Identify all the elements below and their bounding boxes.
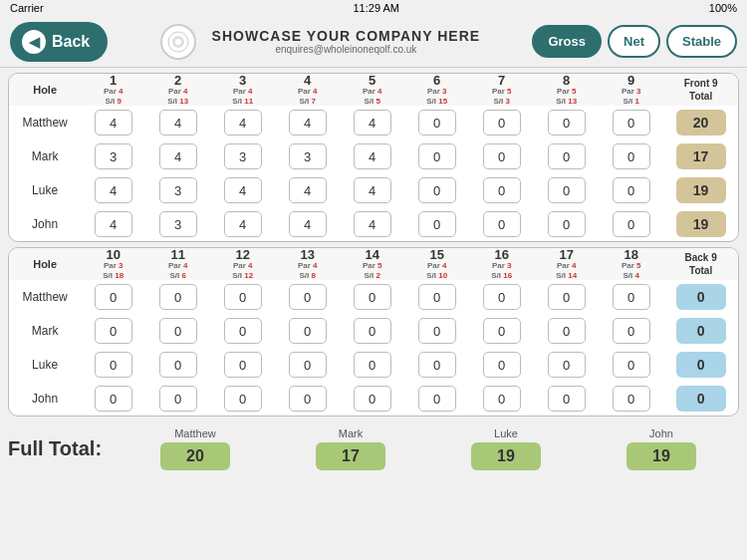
score-cell-luke-10[interactable]: 0	[81, 348, 145, 382]
score-input-matthew-16[interactable]: 0	[483, 284, 521, 310]
score-input-mark-10[interactable]: 0	[95, 318, 132, 344]
score-cell-matthew-1[interactable]: 4	[81, 106, 145, 140]
score-cell-john-12[interactable]: 0	[210, 382, 275, 416]
score-cell-luke-4[interactable]: 4	[275, 173, 340, 207]
score-input-mark-7[interactable]: 0	[483, 143, 521, 169]
score-input-john-6[interactable]: 0	[418, 211, 456, 237]
score-cell-mark-17[interactable]: 0	[534, 314, 599, 348]
score-cell-mark-18[interactable]: 0	[599, 314, 663, 348]
score-input-luke-17[interactable]: 0	[548, 352, 586, 378]
score-cell-mark-6[interactable]: 0	[404, 140, 469, 173]
score-cell-matthew-2[interactable]: 4	[145, 106, 210, 140]
score-cell-mark-9[interactable]: 0	[599, 140, 663, 173]
score-cell-matthew-4[interactable]: 4	[275, 106, 340, 140]
score-cell-luke-14[interactable]: 0	[340, 348, 404, 382]
score-input-luke-9[interactable]: 0	[613, 177, 650, 203]
score-input-john-11[interactable]: 0	[159, 386, 197, 412]
score-cell-john-7[interactable]: 0	[469, 207, 534, 241]
score-input-matthew-9[interactable]: 0	[613, 110, 650, 136]
score-input-matthew-13[interactable]: 0	[289, 284, 327, 310]
score-cell-john-5[interactable]: 4	[340, 207, 404, 241]
score-input-mark-16[interactable]: 0	[483, 318, 521, 344]
score-input-luke-8[interactable]: 0	[548, 177, 586, 203]
score-input-luke-18[interactable]: 0	[613, 352, 650, 378]
score-cell-john-4[interactable]: 4	[275, 207, 340, 241]
score-input-john-9[interactable]: 0	[613, 211, 650, 237]
score-input-matthew-1[interactable]: 4	[95, 110, 132, 136]
score-input-luke-5[interactable]: 4	[354, 177, 391, 203]
score-input-luke-16[interactable]: 0	[483, 352, 521, 378]
score-input-john-18[interactable]: 0	[613, 386, 650, 412]
score-input-luke-7[interactable]: 0	[483, 177, 521, 203]
score-cell-matthew-8[interactable]: 0	[534, 106, 599, 140]
score-cell-matthew-6[interactable]: 0	[404, 106, 469, 140]
score-input-john-14[interactable]: 0	[354, 386, 391, 412]
score-input-john-13[interactable]: 0	[289, 386, 327, 412]
score-cell-john-10[interactable]: 0	[81, 382, 145, 416]
score-cell-matthew-15[interactable]: 0	[404, 280, 469, 314]
score-input-john-5[interactable]: 4	[354, 211, 391, 237]
score-cell-luke-18[interactable]: 0	[599, 348, 663, 382]
score-cell-mark-7[interactable]: 0	[469, 140, 534, 173]
score-cell-john-9[interactable]: 0	[599, 207, 663, 241]
score-cell-matthew-9[interactable]: 0	[599, 106, 663, 140]
score-cell-john-13[interactable]: 0	[275, 382, 340, 416]
score-input-john-10[interactable]: 0	[95, 386, 132, 412]
score-cell-john-1[interactable]: 4	[81, 207, 145, 241]
score-cell-matthew-12[interactable]: 0	[210, 280, 275, 314]
score-cell-matthew-13[interactable]: 0	[275, 280, 340, 314]
score-cell-matthew-14[interactable]: 0	[340, 280, 404, 314]
score-cell-john-6[interactable]: 0	[404, 207, 469, 241]
score-input-mark-14[interactable]: 0	[354, 318, 391, 344]
score-input-john-7[interactable]: 0	[483, 211, 521, 237]
score-cell-mark-2[interactable]: 4	[145, 140, 210, 173]
score-cell-luke-15[interactable]: 0	[404, 348, 469, 382]
score-input-matthew-14[interactable]: 0	[354, 284, 391, 310]
score-input-luke-4[interactable]: 4	[289, 177, 327, 203]
score-input-matthew-8[interactable]: 0	[548, 110, 586, 136]
score-input-matthew-10[interactable]: 0	[95, 284, 132, 310]
score-input-matthew-4[interactable]: 4	[289, 110, 327, 136]
score-input-luke-3[interactable]: 4	[224, 177, 262, 203]
score-input-matthew-12[interactable]: 0	[224, 284, 262, 310]
score-cell-luke-2[interactable]: 3	[145, 173, 210, 207]
score-input-john-3[interactable]: 4	[224, 211, 262, 237]
score-input-mark-2[interactable]: 4	[159, 143, 197, 169]
score-input-mark-13[interactable]: 0	[289, 318, 327, 344]
score-cell-mark-8[interactable]: 0	[534, 140, 599, 173]
score-input-mark-17[interactable]: 0	[548, 318, 586, 344]
score-input-luke-13[interactable]: 0	[289, 352, 327, 378]
score-cell-john-14[interactable]: 0	[340, 382, 404, 416]
score-input-matthew-11[interactable]: 0	[159, 284, 197, 310]
back-button[interactable]: ◀ Back	[10, 22, 108, 62]
score-input-mark-12[interactable]: 0	[224, 318, 262, 344]
gross-button[interactable]: Gross	[532, 25, 602, 58]
score-input-luke-11[interactable]: 0	[159, 352, 197, 378]
score-cell-john-18[interactable]: 0	[599, 382, 663, 416]
score-input-john-8[interactable]: 0	[548, 211, 586, 237]
net-button[interactable]: Net	[608, 25, 660, 58]
score-cell-matthew-11[interactable]: 0	[145, 280, 210, 314]
score-cell-luke-5[interactable]: 4	[340, 173, 404, 207]
score-cell-matthew-16[interactable]: 0	[469, 280, 534, 314]
score-input-mark-1[interactable]: 3	[95, 143, 132, 169]
score-cell-john-17[interactable]: 0	[534, 382, 599, 416]
score-cell-matthew-18[interactable]: 0	[599, 280, 663, 314]
score-input-matthew-3[interactable]: 4	[224, 110, 262, 136]
score-cell-luke-7[interactable]: 0	[469, 173, 534, 207]
score-cell-john-16[interactable]: 0	[469, 382, 534, 416]
score-input-matthew-15[interactable]: 0	[418, 284, 456, 310]
score-cell-john-11[interactable]: 0	[145, 382, 210, 416]
score-input-matthew-6[interactable]: 0	[418, 110, 456, 136]
score-cell-mark-1[interactable]: 3	[81, 140, 145, 173]
score-input-john-4[interactable]: 4	[289, 211, 327, 237]
score-cell-luke-8[interactable]: 0	[534, 173, 599, 207]
score-input-luke-1[interactable]: 4	[95, 177, 132, 203]
score-cell-mark-13[interactable]: 0	[275, 314, 340, 348]
score-cell-luke-13[interactable]: 0	[275, 348, 340, 382]
score-input-mark-18[interactable]: 0	[613, 318, 650, 344]
score-input-john-15[interactable]: 0	[418, 386, 456, 412]
score-cell-john-3[interactable]: 4	[210, 207, 275, 241]
score-cell-luke-12[interactable]: 0	[210, 348, 275, 382]
score-cell-mark-4[interactable]: 3	[275, 140, 340, 173]
